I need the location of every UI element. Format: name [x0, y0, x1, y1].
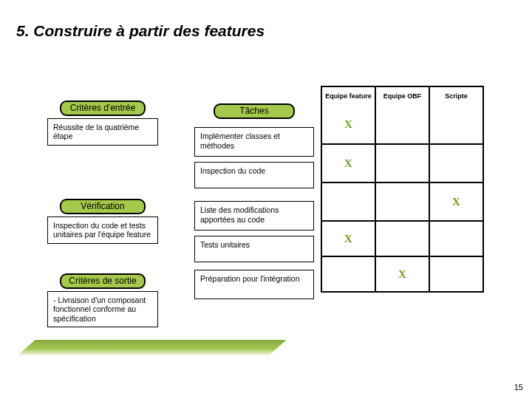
matrix-cell-2-1 [376, 182, 430, 220]
matrix-cell-1-0: X [322, 143, 376, 182]
matrix-cell-3-0: X [322, 220, 376, 256]
matrix-cell-1-2 [430, 143, 484, 182]
tasks-label: Tâches [214, 103, 295, 119]
col-header-1: Equipe OBF [376, 87, 430, 105]
verification-label: Vérification [60, 199, 146, 214]
matrix-cell-3-2 [430, 220, 484, 256]
matrix-cell-4-0 [322, 256, 376, 291]
col-header-2: Scripte [430, 87, 484, 105]
col-header-0: Equipe feature [322, 87, 376, 105]
matrix-cell-0-0: X [322, 105, 376, 143]
task-box-0: Implémenter classes et méthodes [194, 127, 314, 157]
criteres-entree-label: Critères d'entrée [60, 100, 146, 116]
page-title: 5. Construire à partir des features [16, 22, 265, 40]
criteres-sortie-label: Critères de sortie [60, 273, 146, 289]
task-box-1: Inspection du code [194, 162, 314, 188]
page-number: 15 [514, 383, 523, 392]
task-box-4: Préparation pour l'intégration [194, 270, 314, 299]
criteres-entree-box: Réussite de la quatrième étape [47, 118, 158, 146]
matrix-cell-2-0 [322, 182, 376, 220]
decorative-underline [17, 340, 286, 356]
matrix-cell-4-1: X [376, 256, 430, 291]
matrix-cell-4-2 [430, 256, 484, 291]
responsibility-matrix: Equipe feature Equipe OBF Scripte X X X … [321, 86, 484, 293]
criteres-sortie-box: - Livraison d'un composant fonctionnel c… [47, 291, 158, 328]
matrix-cell-0-1 [376, 105, 430, 143]
matrix-cell-3-1 [376, 220, 430, 256]
verification-box: Inspection du code et tests unitaires pa… [47, 216, 158, 244]
matrix-cell-2-2: X [430, 182, 484, 220]
matrix-cell-1-1 [376, 143, 430, 182]
matrix-cell-0-2 [430, 105, 484, 143]
task-box-2: Liste des modifications apportées au cod… [194, 201, 314, 231]
task-box-3: Tests unitaires [194, 236, 314, 262]
